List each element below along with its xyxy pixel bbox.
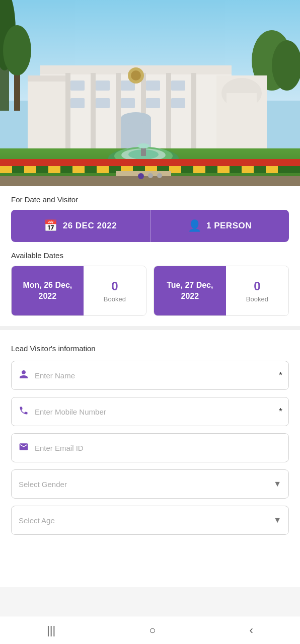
date-card-1[interactable]: Mon, 26 Dec, 2022 0 Booked (11, 266, 146, 316)
svg-rect-44 (24, 166, 36, 173)
section-divider (0, 326, 300, 330)
svg-point-32 (121, 112, 151, 124)
back-icon[interactable]: ‹ (250, 624, 253, 637)
date-visitor-section: For Date and Visitor 📅 26 DEC 2022 👤 1 P… (0, 186, 300, 242)
svg-rect-27 (96, 98, 110, 108)
persons-value: 1 PERSON (206, 221, 252, 231)
booked-label-2: Booked (246, 295, 268, 303)
menu-icon[interactable]: ||| (47, 624, 55, 637)
svg-rect-24 (146, 80, 160, 91)
email-field-container (11, 433, 289, 462)
date-card-2[interactable]: Tue, 27 Dec, 2022 0 Booked (154, 266, 289, 316)
bottom-navigation: ||| ○ ‹ (0, 616, 300, 644)
svg-rect-55 (0, 159, 300, 166)
svg-rect-43 (0, 166, 12, 173)
date-card-right-2: 0 Booked (226, 266, 288, 315)
svg-rect-53 (242, 166, 254, 173)
svg-rect-30 (171, 98, 185, 108)
svg-rect-45 (48, 166, 60, 173)
svg-rect-21 (70, 80, 85, 91)
calendar-icon: 📅 (44, 219, 58, 232)
carousel-dot-2[interactable] (148, 173, 153, 178)
phone-field-icon (19, 406, 29, 418)
home-icon[interactable]: ○ (149, 624, 156, 637)
age-select[interactable]: Select Age ▼ (11, 506, 289, 535)
email-input[interactable] (35, 444, 281, 452)
svg-rect-19 (166, 73, 171, 151)
svg-rect-20 (191, 73, 196, 151)
svg-rect-51 (193, 166, 205, 173)
date-card-day-2: Tue, 27 Dec, 2022 (159, 280, 221, 302)
svg-rect-16 (91, 73, 96, 151)
date-card-left-2: Tue, 27 Dec, 2022 (154, 266, 226, 315)
available-dates-label: Available Dates (11, 251, 289, 260)
svg-point-5 (3, 25, 31, 75)
dates-row: Mon, 26 Dec, 2022 0 Booked Tue, 27 Dec, … (11, 266, 289, 316)
booked-count-1: 0 (111, 279, 118, 293)
date-value: 26 DEC 2022 (63, 221, 117, 231)
age-select-text: Select Age (19, 516, 273, 525)
svg-point-34 (131, 70, 141, 80)
svg-rect-17 (116, 73, 121, 151)
hero-image (0, 0, 300, 186)
booked-label-1: Booked (104, 295, 126, 303)
gender-select-text: Select Gender (19, 480, 273, 489)
date-part[interactable]: 📅 26 DEC 2022 (11, 210, 151, 242)
svg-rect-29 (146, 98, 160, 108)
lead-visitor-section: Lead Visitor's information * * Se (0, 335, 300, 552)
content-area: For Date and Visitor 📅 26 DEC 2022 👤 1 P… (0, 186, 300, 587)
date-visitor-bar[interactable]: 📅 26 DEC 2022 👤 1 PERSON (11, 210, 289, 242)
carousel-dots (138, 173, 162, 179)
person-part[interactable]: 👤 1 PERSON (151, 210, 289, 242)
svg-rect-47 (97, 166, 109, 173)
email-field-icon (19, 442, 29, 454)
lead-visitor-label: Lead Visitor's information (11, 344, 289, 353)
hero-svg (0, 0, 300, 186)
date-card-day-1: Mon, 26 Dec, 2022 (17, 280, 79, 302)
date-card-left-1: Mon, 26 Dec, 2022 (12, 266, 84, 315)
name-input[interactable] (35, 371, 281, 380)
svg-rect-25 (171, 80, 185, 91)
person-icon: 👤 (188, 219, 202, 232)
svg-rect-11 (28, 75, 68, 82)
bottom-spacer (0, 552, 300, 587)
name-field-container: * (11, 361, 289, 390)
svg-rect-10 (28, 78, 68, 148)
gender-dropdown-arrow: ▼ (273, 479, 281, 489)
mobile-input[interactable] (35, 408, 281, 416)
svg-rect-54 (266, 166, 278, 173)
svg-rect-26 (70, 98, 85, 108)
svg-rect-15 (65, 73, 70, 151)
person-field-icon (19, 369, 29, 382)
date-visitor-label: For Date and Visitor (11, 195, 289, 204)
age-dropdown-arrow: ▼ (273, 516, 281, 525)
name-required-star: * (279, 370, 282, 381)
mobile-required-star: * (279, 407, 282, 417)
svg-rect-28 (121, 98, 135, 108)
date-card-right-1: 0 Booked (84, 266, 146, 315)
carousel-dot-3[interactable] (157, 173, 162, 178)
booked-count-2: 0 (254, 279, 260, 293)
available-dates-section: Available Dates Mon, 26 Dec, 2022 0 Book… (0, 242, 300, 321)
svg-point-41 (137, 143, 149, 148)
carousel-dot-1[interactable] (138, 173, 144, 179)
svg-rect-14 (227, 93, 257, 148)
svg-rect-46 (72, 166, 85, 173)
svg-rect-52 (217, 166, 230, 173)
gender-select[interactable]: Select Gender ▼ (11, 469, 289, 499)
svg-rect-22 (96, 80, 110, 91)
mobile-field-container: * (11, 397, 289, 426)
